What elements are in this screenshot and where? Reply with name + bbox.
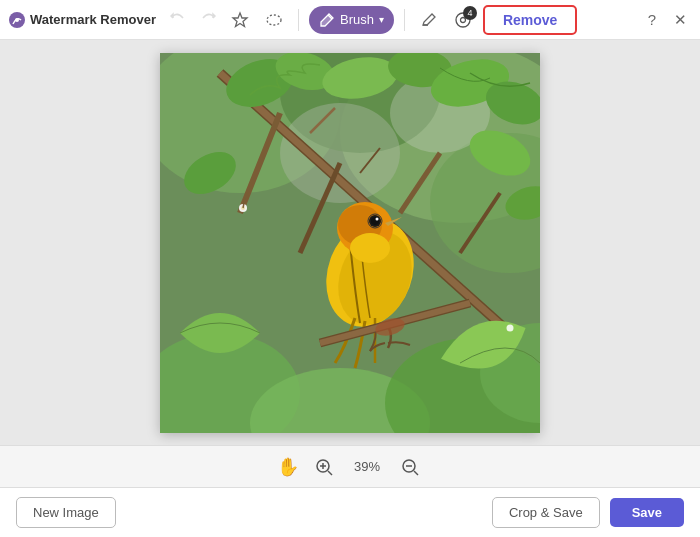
svg-point-12 xyxy=(280,103,400,203)
zoom-level: 39% xyxy=(349,459,385,474)
lasso-tool-button[interactable] xyxy=(260,6,288,34)
redo-button[interactable] xyxy=(196,8,220,32)
redo-icon xyxy=(200,12,216,28)
title-bar: Watermark Remover Brush ▾ xyxy=(0,0,700,40)
svg-line-53 xyxy=(328,471,332,475)
undo-icon xyxy=(170,12,186,28)
zoom-out-button[interactable] xyxy=(397,454,423,480)
save-label: Save xyxy=(632,505,662,520)
help-icon: ? xyxy=(648,11,656,28)
lasso-icon xyxy=(265,11,283,29)
close-icon: ✕ xyxy=(674,11,687,29)
canvas-area xyxy=(0,40,700,445)
svg-point-2 xyxy=(267,15,281,25)
new-image-button[interactable]: New Image xyxy=(16,497,116,528)
star-icon xyxy=(231,11,249,29)
zoom-toolbar: ✋ 39% xyxy=(0,445,700,487)
zoom-out-icon xyxy=(401,458,419,476)
save-button[interactable]: Save xyxy=(610,498,684,527)
svg-point-42 xyxy=(376,217,379,220)
main-image xyxy=(160,53,540,433)
svg-point-51 xyxy=(507,324,514,331)
eraser-icon xyxy=(420,11,438,29)
app-logo-icon xyxy=(8,11,26,29)
close-button[interactable]: ✕ xyxy=(668,8,692,32)
svg-line-57 xyxy=(414,471,418,475)
remove-label: Remove xyxy=(503,12,557,28)
zoom-in-icon xyxy=(315,458,333,476)
brush-icon xyxy=(319,12,335,28)
window-controls: ? ✕ xyxy=(640,8,692,32)
svg-point-44 xyxy=(350,233,390,263)
image-container[interactable] xyxy=(160,53,540,433)
new-image-label: New Image xyxy=(33,505,99,520)
help-button[interactable]: ? xyxy=(640,8,664,32)
crop-save-button[interactable]: Crop & Save xyxy=(492,497,600,528)
badge-count: 4 xyxy=(463,6,477,20)
brush-dropdown-arrow: ▾ xyxy=(379,14,384,25)
footer: New Image Crop & Save Save xyxy=(0,487,700,537)
eraser-tool-button[interactable] xyxy=(415,6,443,34)
crop-save-label: Crop & Save xyxy=(509,505,583,520)
undo-button[interactable] xyxy=(166,8,190,32)
remove-button[interactable]: Remove xyxy=(483,5,577,35)
star-tool-button[interactable] xyxy=(226,6,254,34)
footer-right-actions: Crop & Save Save xyxy=(492,497,684,528)
brush-button[interactable]: Brush ▾ xyxy=(309,6,394,34)
svg-point-1 xyxy=(15,18,19,22)
toolbar-separator-2 xyxy=(404,9,405,31)
app-logo: Watermark Remover xyxy=(8,11,160,29)
zoom-in-button[interactable] xyxy=(311,454,337,480)
settings-badge-button[interactable]: 4 xyxy=(449,6,477,34)
pan-tool-icon[interactable]: ✋ xyxy=(277,456,299,478)
app-title: Watermark Remover xyxy=(30,12,156,27)
toolbar-separator-1 xyxy=(298,9,299,31)
brush-label: Brush xyxy=(340,12,374,27)
